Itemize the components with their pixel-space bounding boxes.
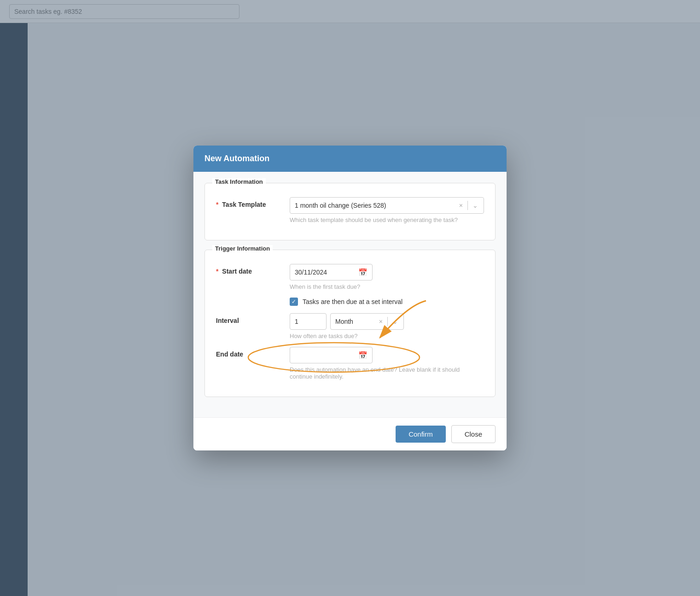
task-template-value: 1 month oil change (Series 528) [295, 202, 458, 209]
chevron-down-icon[interactable]: ⌄ [472, 202, 479, 209]
interval-number-input[interactable] [290, 313, 327, 330]
start-date-row: * Start date 30/11/2024 📅 When is the fi… [216, 264, 484, 290]
required-star: * [216, 201, 218, 208]
interval-clear-icon[interactable]: × [378, 318, 384, 325]
interval-unit-select[interactable]: Month × ⌄ [330, 313, 404, 330]
interval-label: Interval [216, 313, 290, 324]
end-date-field: 📅 Does this automation have an end date?… [290, 347, 484, 380]
start-date-value: 30/11/2024 [295, 269, 358, 276]
task-template-hint: Which task template should be used when … [290, 216, 484, 223]
end-calendar-icon: 📅 [358, 351, 368, 360]
start-date-hint: When is the first task due? [290, 283, 484, 290]
start-date-field: 30/11/2024 📅 When is the first task due? [290, 264, 484, 290]
interval-unit-value: Month [335, 318, 378, 325]
select-divider [467, 201, 468, 210]
confirm-button[interactable]: Confirm [396, 426, 446, 443]
modal-overlay: New Automation Task Information * Task T… [0, 0, 700, 596]
interval-field: Month × ⌄ How often are tasks due? [290, 313, 484, 339]
check-icon: ✓ [292, 299, 296, 304]
interval-hint: How often are tasks due? [290, 333, 484, 339]
task-information-section: Task Information * Task Template 1 month… [204, 183, 496, 240]
modal-body: Task Information * Task Template 1 month… [193, 172, 507, 417]
task-template-field: 1 month oil change (Series 528) × ⌄ Whic… [290, 197, 484, 223]
trigger-section-legend: Trigger Information [212, 245, 273, 252]
checkbox-label: Tasks are then due at a set interval [303, 298, 402, 305]
task-template-select[interactable]: 1 month oil change (Series 528) × ⌄ [290, 197, 484, 214]
modal-header: New Automation [193, 146, 507, 172]
start-date-label: * Start date [216, 264, 290, 275]
interval-row: Interval Month × ⌄ How often a [216, 313, 484, 339]
close-button[interactable]: Close [451, 425, 496, 443]
interval-divider [387, 317, 388, 326]
end-date-label: End date [216, 347, 290, 358]
interval-checkbox[interactable]: ✓ [290, 298, 298, 306]
interval-checkbox-row: ✓ Tasks are then due at a set interval [290, 298, 484, 306]
calendar-icon: 📅 [358, 268, 368, 277]
start-date-input[interactable]: 30/11/2024 📅 [290, 264, 373, 280]
trigger-information-section: Trigger Information * Start date 30/11/2… [204, 250, 496, 397]
task-section-legend: Task Information [212, 178, 266, 185]
required-star-2: * [216, 268, 218, 275]
interval-chevron-icon[interactable]: ⌄ [391, 318, 399, 325]
clear-icon[interactable]: × [458, 202, 464, 209]
end-date-row: End date 📅 Does this automation have an … [216, 347, 484, 380]
task-template-row: * Task Template 1 month oil change (Seri… [216, 197, 484, 223]
task-template-label: * Task Template [216, 197, 290, 208]
interval-inputs: Month × ⌄ [290, 313, 484, 330]
new-automation-modal: New Automation Task Information * Task T… [193, 146, 507, 450]
modal-title: New Automation [204, 154, 269, 163]
end-date-hint: Does this automation have an end date? L… [290, 366, 484, 380]
modal-footer: Confirm Close [193, 417, 507, 450]
end-date-input[interactable]: 📅 [290, 347, 373, 363]
